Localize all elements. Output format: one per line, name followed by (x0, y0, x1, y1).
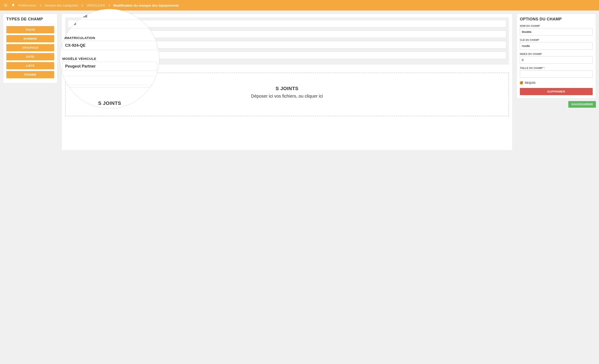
type-date-button[interactable]: DATE (6, 53, 54, 60)
options-title: OPTIONS DU CHAMP (520, 17, 593, 21)
immatriculation-input[interactable] (68, 30, 506, 38)
field-immatriculation (68, 30, 506, 38)
field-kilometrage (68, 20, 506, 27)
breadcrumb-categories[interactable]: Gestion des catégories (44, 3, 78, 7)
chevron-right-icon: ❯ (108, 4, 110, 7)
index-champ-label: INDEX DU CHAMP (520, 53, 593, 55)
type-texte-button[interactable]: TEXTE (6, 26, 54, 33)
type-liste-button[interactable]: LISTE (6, 62, 54, 69)
cle-champ-input[interactable] (520, 42, 593, 50)
sidebar-field-types: TYPES DE CHAMP TEXTE NOMBRE VRAI/FAUX DA… (3, 14, 57, 83)
dropzone-title: S JOINTS (70, 86, 504, 91)
sidebar-title: TYPES DE CHAMP (6, 17, 54, 24)
requis-checkbox[interactable] (520, 81, 523, 84)
field-modele-vehicule (68, 41, 506, 48)
type-fichier-button[interactable]: FICHIER (6, 71, 54, 78)
new-section-label: NOUVE (66, 69, 509, 71)
breadcrumb-current: Modification du masque des équipements (113, 3, 179, 7)
modele-vehicule-input[interactable] (68, 41, 506, 48)
mask-form-section (65, 17, 509, 65)
file-dropzone[interactable]: S JOINTS Déposer ici vos fichiers, ou cl… (65, 72, 509, 116)
breadcrumb-preferences[interactable]: Préférences (18, 3, 36, 7)
chevron-right-icon: ❯ (39, 4, 41, 7)
taille-champ-input[interactable] (520, 70, 593, 78)
breadcrumb-vehicules[interactable]: VEHICULES (86, 3, 105, 7)
type-nombre-button[interactable]: NOMBRE (6, 35, 54, 42)
bell-icon[interactable] (11, 3, 15, 8)
nom-champ-input[interactable] (520, 28, 593, 36)
delete-button[interactable]: SUPPRIMER (520, 88, 593, 95)
chevron-right-icon: ❯ (81, 4, 83, 7)
cle-champ-label: CLÉ DU CHAMP (520, 39, 593, 41)
taille-champ-label: TAILLE DU CHAMP * (520, 67, 593, 69)
index-champ-input[interactable] (520, 56, 593, 64)
dropzone-hint: Déposer ici vos fichiers, ou cliquer ici (70, 94, 504, 99)
field-extra (68, 52, 506, 59)
menu-icon[interactable] (3, 3, 8, 8)
requis-label: REQUIS (525, 81, 535, 84)
kilometrage-input[interactable] (68, 20, 506, 27)
nom-champ-label: NOM DU CHAMP (520, 25, 593, 27)
field-options-panel: OPTIONS DU CHAMP NOM DU CHAMP CLÉ DU CHA… (517, 14, 596, 98)
requis-row: REQUIS (520, 81, 593, 84)
type-vraifaux-button[interactable]: VRAI/FAUX (6, 44, 54, 51)
save-button[interactable]: SAUVEGARDER (568, 101, 596, 108)
mask-editor-panel: NOUVE S JOINTS Déposer ici vos fichiers,… (62, 14, 513, 151)
extra-input[interactable] (68, 52, 506, 59)
breadcrumb: Préférences ❯ Gestion des catégories ❯ V… (18, 3, 179, 7)
topbar: Préférences ❯ Gestion des catégories ❯ V… (0, 0, 599, 10)
